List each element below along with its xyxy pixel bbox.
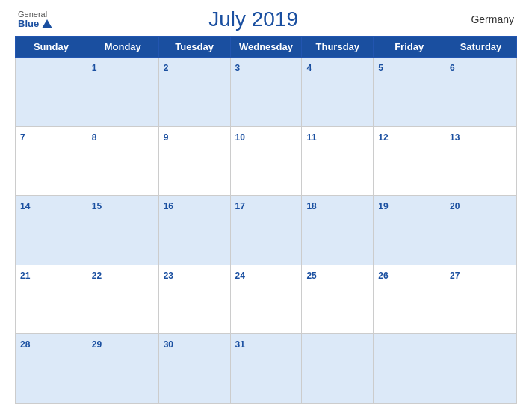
calendar-day-cell: 30 [158, 334, 230, 404]
calendar-table: SundayMondayTuesdayWednesdayThursdayFrid… [15, 36, 517, 404]
country-label: Germany [454, 13, 514, 25]
calendar-day-cell: 22 [87, 265, 158, 334]
calendar-day-cell [374, 334, 445, 404]
calendar-day-cell: 18 [302, 196, 374, 265]
calendar-title: July 2019 [52, 7, 454, 31]
weekday-header-thursday: Thursday [302, 37, 374, 58]
logo-blue-text: Blue [18, 19, 52, 29]
weekday-header-sunday: Sunday [16, 37, 87, 58]
calendar-day-cell: 11 [302, 126, 374, 196]
calendar-day-cell: 8 [87, 126, 158, 196]
day-number: 6 [450, 63, 455, 73]
day-number: 17 [235, 201, 245, 211]
calendar-day-cell: 23 [158, 265, 230, 334]
day-number: 21 [20, 271, 30, 281]
day-number: 7 [20, 132, 25, 143]
day-number: 1 [92, 63, 97, 73]
day-number: 8 [92, 132, 97, 143]
day-number: 23 [164, 271, 173, 281]
day-number: 19 [378, 201, 388, 211]
calendar-day-cell: 26 [374, 265, 445, 334]
day-number: 31 [235, 339, 245, 350]
day-number: 27 [450, 271, 460, 281]
calendar-day-cell [16, 58, 87, 127]
day-number: 12 [378, 132, 388, 143]
day-number: 5 [378, 63, 383, 73]
day-number: 30 [164, 339, 173, 350]
calendar-week-row: 123456 [16, 58, 517, 127]
day-number: 9 [164, 132, 169, 143]
calendar-week-row: 14151617181920 [16, 196, 517, 265]
calendar-day-cell: 10 [230, 126, 302, 196]
calendar-day-cell: 19 [374, 196, 445, 265]
logo-triangle-icon [42, 19, 52, 28]
calendar-week-row: 28293031 [16, 334, 517, 404]
day-number: 16 [164, 201, 173, 211]
calendar-day-cell: 13 [445, 126, 517, 196]
calendar-day-cell [302, 334, 374, 404]
day-number: 25 [306, 271, 316, 281]
calendar-day-cell: 5 [374, 58, 445, 127]
calendar-day-cell: 7 [16, 126, 87, 196]
calendar-week-row: 78910111213 [16, 126, 517, 196]
day-number: 10 [235, 132, 245, 143]
calendar-day-cell: 12 [374, 126, 445, 196]
calendar-day-cell: 28 [16, 334, 87, 404]
day-number: 28 [20, 339, 30, 350]
calendar-day-cell: 14 [16, 196, 87, 265]
day-number: 18 [306, 201, 316, 211]
calendar-day-cell: 17 [230, 196, 302, 265]
calendar-header: General Blue July 2019 Germany [15, 7, 517, 31]
calendar-day-cell: 15 [87, 196, 158, 265]
day-number: 24 [235, 271, 245, 281]
calendar-day-cell: 24 [230, 265, 302, 334]
day-number: 4 [306, 63, 312, 73]
day-number: 15 [92, 201, 102, 211]
calendar-day-cell: 31 [230, 334, 302, 404]
logo: General Blue [18, 10, 52, 29]
weekday-header-monday: Monday [87, 37, 158, 58]
weekday-header-wednesday: Wednesday [230, 37, 302, 58]
calendar-day-cell: 4 [302, 58, 374, 127]
weekday-header-friday: Friday [374, 37, 445, 58]
calendar-day-cell: 25 [302, 265, 374, 334]
calendar-week-row: 21222324252627 [16, 265, 517, 334]
calendar-day-cell: 29 [87, 334, 158, 404]
calendar-day-cell: 1 [87, 58, 158, 127]
day-number: 14 [20, 201, 30, 211]
calendar-day-cell: 9 [158, 126, 230, 196]
day-number: 3 [235, 63, 241, 73]
calendar-day-cell: 21 [16, 265, 87, 334]
day-number: 2 [164, 63, 169, 73]
weekday-header-row: SundayMondayTuesdayWednesdayThursdayFrid… [16, 37, 517, 58]
day-number: 20 [450, 201, 460, 211]
calendar-day-cell [445, 334, 517, 404]
calendar-day-cell: 6 [445, 58, 517, 127]
calendar-day-cell: 3 [230, 58, 302, 127]
day-number: 11 [306, 132, 316, 143]
calendar-day-cell: 2 [158, 58, 230, 127]
calendar-day-cell: 27 [445, 265, 517, 334]
day-number: 13 [450, 132, 460, 143]
day-number: 22 [92, 271, 102, 281]
day-number: 29 [92, 339, 102, 350]
day-number: 26 [378, 271, 388, 281]
calendar-day-cell: 16 [158, 196, 230, 265]
weekday-header-tuesday: Tuesday [158, 37, 230, 58]
weekday-header-saturday: Saturday [445, 37, 517, 58]
calendar-day-cell: 20 [445, 196, 517, 265]
